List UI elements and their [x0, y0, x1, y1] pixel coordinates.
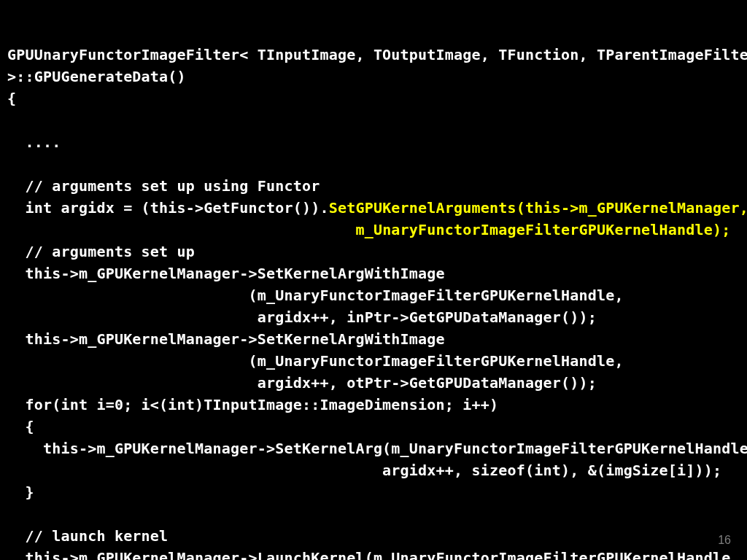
code-line: } [7, 483, 34, 501]
code-line: argidx++, otPtr->GetGPUDataManager()); [7, 374, 597, 392]
code-line: // arguments set up using Functor [7, 177, 320, 195]
code-line: (m_UnaryFunctorImageFilterGPUKernelHandl… [7, 287, 624, 304]
code-line: // arguments set up [7, 243, 195, 260]
code-line: this->m_GPUKernelManager->SetKernelArg(m… [7, 440, 747, 457]
code-line: (m_UnaryFunctorImageFilterGPUKernelHandl… [7, 352, 624, 370]
code-line: >::GPUGenerateData() [7, 68, 186, 85]
code-line: for(int i=0; i<(int)TInputImage::ImageDi… [7, 396, 498, 413]
code-line: // launch kernel [7, 527, 168, 545]
code-line: this->m_GPUKernelManager->SetKernelArgWi… [7, 265, 445, 282]
code-line: { [7, 90, 16, 107]
code-line: .... [7, 133, 61, 151]
highlighted-call: SetGPUKernelArguments(this->m_GPUKernelM… [329, 199, 747, 217]
code-line: int argidx = (this->GetFunctor()). [7, 199, 329, 217]
code-line: argidx++, inPtr->GetGPUDataManager()); [7, 308, 597, 326]
code-line: this->m_GPUKernelManager->SetKernelArgWi… [7, 330, 445, 348]
highlighted-call: m_UnaryFunctorImageFilterGPUKernelHandle… [355, 221, 730, 238]
code-line: this->m_GPUKernelManager->LaunchKernel(m… [7, 549, 740, 560]
code-line: argidx++, sizeof(int), &(imgSize[i])); [7, 462, 721, 479]
code-line: { [7, 418, 34, 435]
code-line [7, 221, 355, 238]
code-block: GPUUnaryFunctorImageFilter< TInputImage,… [7, 44, 740, 560]
slide: GPUUnaryFunctorImageFilter< TInputImage,… [0, 0, 747, 560]
code-line: GPUUnaryFunctorImageFilter< TInputImage,… [7, 46, 747, 63]
page-number: 16 [718, 534, 731, 547]
